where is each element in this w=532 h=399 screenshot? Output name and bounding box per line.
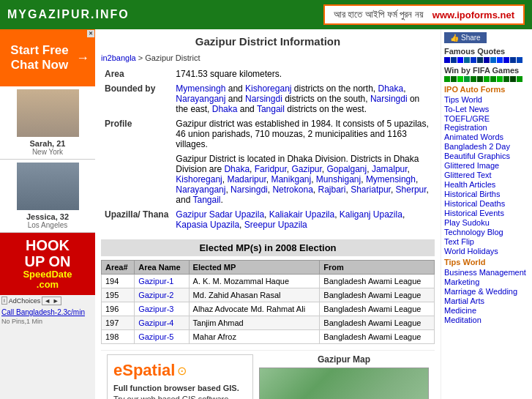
sidebar-link-martial[interactable]: Martial Arts xyxy=(444,297,529,305)
sidebar-link-bd2day[interactable]: Bangladesh 2 Day xyxy=(444,142,529,151)
header-ad-banner: আর হাতে আইপি ফর্ম পুরন নয় www.ipoforms.… xyxy=(323,4,525,25)
col-elected-mp: Elected MP xyxy=(189,261,320,275)
gazipur1-link[interactable]: Gazipur-1 xyxy=(138,277,173,286)
hookup-line1: HOOK xyxy=(3,237,92,253)
kishoreganj2-link[interactable]: Kishoreganj xyxy=(176,174,222,184)
sidebar-link-tolet[interactable]: To-Let News xyxy=(444,105,529,113)
breadcrumb: in2bangla > Gazipur District xyxy=(101,53,435,62)
chat-ad-banner[interactable]: ✕ Start Free Chat Now → xyxy=(0,29,95,86)
sidebar-link-world-holidays[interactable]: World Holidays xyxy=(444,247,529,256)
row5-num: 198 xyxy=(102,330,135,344)
mp-table-body: 194 Gazipur-1 A. K. M. Mozammal Haque Ba… xyxy=(102,275,435,344)
breadcrumb-current: Gazipur District xyxy=(145,53,200,62)
row2-area: Gazipur-2 xyxy=(135,288,189,302)
upazila-row: Upazilla/ Thana Gazipur Sadar Upazila, K… xyxy=(101,207,435,232)
row3-from: Bangladesh Awami League xyxy=(320,302,435,316)
sidebar-link-hist-births[interactable]: Historical Births xyxy=(444,190,529,198)
munshiganj-link[interactable]: Munshiganj xyxy=(316,174,361,184)
dhaka-link[interactable]: Dhaka xyxy=(378,83,404,94)
narsingdi-link[interactable]: Narsingdi xyxy=(245,94,282,104)
profile-label: Profile xyxy=(101,116,172,207)
sidebar-link-hist-deaths[interactable]: Historical Deaths xyxy=(444,199,529,208)
upazila-label: Upazilla/ Thana xyxy=(101,207,172,232)
sidebar-link-glittered-text[interactable]: Glittered Text xyxy=(444,171,529,179)
kapasia-link[interactable]: Kapasia Upazila xyxy=(176,220,239,230)
sidebar-link-biz-mgmt[interactable]: Business Management xyxy=(444,268,529,277)
mp-table-header-row: Area# Area Name Elected MP From xyxy=(102,261,435,275)
kishoreganj-link[interactable]: Kishoreganj xyxy=(245,83,291,94)
tangail-link[interactable]: Tangail xyxy=(257,104,285,114)
share-button[interactable]: 👍 Share xyxy=(444,32,487,43)
profile-2-location: Los Angeles xyxy=(3,221,92,229)
gopalganj-link[interactable]: Gopalganj xyxy=(326,164,367,174)
sidebar-link-medicine[interactable]: Medicine xyxy=(444,306,529,315)
narayanganj-link[interactable]: Narayanganj xyxy=(176,94,225,104)
call-link[interactable]: Call Bangladesh-2.3c/min xyxy=(0,307,95,318)
narsingdi3-link[interactable]: Narsingdi xyxy=(231,184,268,195)
kaliakair-link[interactable]: Kaliakair Upazila xyxy=(269,209,334,220)
row2-mp: Md. Zahid Ahasan Rasal xyxy=(189,288,320,302)
main-wrapper: ✕ Start Free Chat Now → Sarah, 21 New Yo… xyxy=(0,29,532,399)
gazipur4-link[interactable]: Gazipur-4 xyxy=(138,318,173,327)
profile-text1: Gazipur district was established in 1984… xyxy=(176,119,431,149)
nav-arrows[interactable]: ◄ ► xyxy=(42,297,61,305)
col-area-name: Area Name xyxy=(135,261,189,275)
profile-text2: Gazipur District is located in Dhaka Div… xyxy=(176,154,431,205)
breadcrumb-home-link[interactable]: in2bangla xyxy=(101,53,136,62)
gazipur3-link[interactable]: Gazipur-3 xyxy=(138,305,173,313)
row1-from: Bangladesh Awami League xyxy=(320,275,435,288)
header: MYGAZIPUR.INFO আর হাতে আইপি ফর্ম পুরন নয… xyxy=(0,0,532,29)
sidebar-link-tech-blog[interactable]: Technology Blog xyxy=(444,228,529,236)
sadar-upazila-link[interactable]: Gazipur Sadar Upazila xyxy=(176,209,264,220)
kaliganj-link[interactable]: Kaliganj Upazila xyxy=(340,209,402,220)
profile-card-1: Sarah, 21 New York xyxy=(0,86,95,160)
narayanganj2-link[interactable]: Narayanganj xyxy=(176,184,225,195)
rajbari-link[interactable]: Rajbari xyxy=(318,184,346,195)
ad-banner-link[interactable]: www.ipoforms.net xyxy=(432,10,514,20)
site-title-link[interactable]: MYGAZIPUR.INFO xyxy=(7,8,130,21)
share-label: Share xyxy=(461,34,481,42)
profile-2-image xyxy=(17,163,79,210)
sidebar-link-meditation[interactable]: Meditation xyxy=(444,316,529,324)
share-icon: 👍 xyxy=(450,34,459,42)
faridpur-link[interactable]: Faridpur xyxy=(255,164,287,174)
sidebar-link-marriage[interactable]: Marriage & Wedding xyxy=(444,287,529,296)
row2-num: 195 xyxy=(102,288,135,302)
dhaka2-link[interactable]: Dhaka xyxy=(212,104,238,114)
sreepur-link[interactable]: Sreepur Upazila xyxy=(244,220,307,230)
tangail2-link[interactable]: Tangail xyxy=(193,195,221,205)
table-row: 197 Gazipur-4 Tanjim Ahmad Bangladesh Aw… xyxy=(102,316,435,330)
row3-mp: Alhaz Advocate Md. Rahmat Ali xyxy=(189,302,320,316)
sidebar-link-tips-world[interactable]: Tips World xyxy=(444,95,529,104)
mymensingh-link[interactable]: Mymensingh xyxy=(176,83,225,94)
shariatpur-link[interactable]: Shariatpur xyxy=(351,184,391,195)
profile-card-2: Jessica, 32 Los Angeles xyxy=(0,160,95,233)
gazipur5-link[interactable]: Gazipur-5 xyxy=(138,332,173,341)
profile-value: Gazipur district was established in 1984… xyxy=(172,116,435,207)
sidebar-link-glittered-image[interactable]: Glittered Image xyxy=(444,161,529,170)
hookup-ad[interactable]: HOOK UP ON SpeedDate .com xyxy=(0,233,95,295)
sidebar-link-animated[interactable]: Animated Words xyxy=(444,133,529,141)
sidebar-link-beautiful[interactable]: Beautiful Graphics xyxy=(444,152,529,160)
sidebar-link-text-flip[interactable]: Text Flip xyxy=(444,237,529,246)
dhaka3-link[interactable]: Dhaka xyxy=(224,164,250,174)
sidebar-link-sudoku[interactable]: Play Sudoku xyxy=(444,218,529,227)
netrokona-link[interactable]: Netrokona xyxy=(272,184,312,195)
manikganj-link[interactable]: Manikganj xyxy=(271,174,311,184)
sidebar-link-health[interactable]: Health Articles xyxy=(444,180,529,189)
tips-world-section-label: Tips World xyxy=(444,258,529,266)
mymensingh2-link[interactable]: Mymensingh xyxy=(366,174,416,184)
sidebar-link-marketing[interactable]: Marketing xyxy=(444,277,529,286)
ad-choices-icon: i xyxy=(1,297,7,305)
gazipur-link[interactable]: Gazipur xyxy=(291,164,321,174)
col-area-num: Area# xyxy=(102,261,135,275)
jamalpur-link[interactable]: Jamalpur xyxy=(372,164,408,174)
sidebar-link-toefl[interactable]: TOEFL/GRE Registration xyxy=(444,114,529,132)
profile-row: Profile Gazipur district was established… xyxy=(101,116,435,207)
gazipur2-link[interactable]: Gazipur-2 xyxy=(138,291,173,299)
narsingdi2-link[interactable]: Narsingdi xyxy=(370,94,408,104)
sherpur-link[interactable]: Sherpur xyxy=(396,184,427,195)
sidebar-link-hist-events[interactable]: Historical Events xyxy=(444,209,529,217)
espatial-desc-line1: Full function browser based GIS. xyxy=(113,384,247,392)
madaripur-link[interactable]: Madaripur xyxy=(227,174,266,184)
